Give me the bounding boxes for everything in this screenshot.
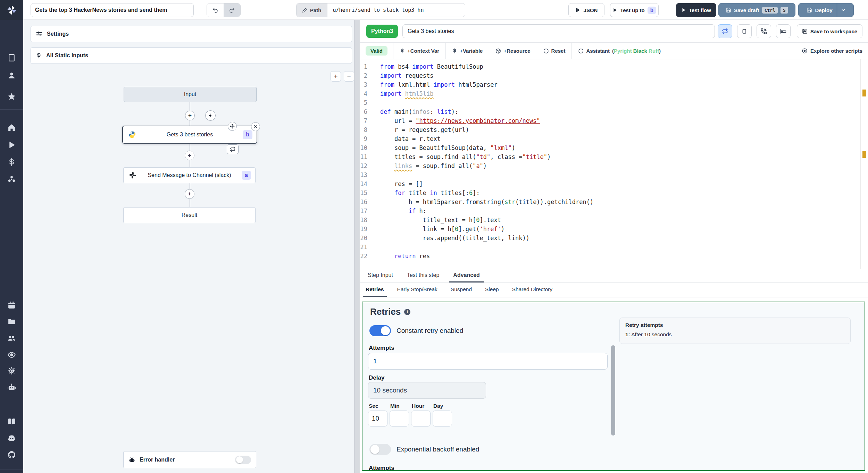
hour-input[interactable] [411,411,431,426]
attempts-input[interactable] [368,353,608,370]
day-label: Day [433,403,443,409]
add-step-button[interactable]: + [185,111,195,120]
discord-icon[interactable] [7,434,16,442]
sleep-button[interactable] [776,24,791,38]
workers-robot-icon[interactable] [7,383,16,392]
panel-splitter[interactable] [354,20,360,473]
retries-scrollbar[interactable] [611,345,615,436]
code-line: 4import html5lib [360,89,853,98]
assistant-status[interactable]: Assistant (Pyright Black Ruff) [572,46,667,56]
zap-icon [208,113,213,118]
test-up-to-button[interactable]: Test up to b [610,3,659,17]
windmill-logo[interactable] [0,0,23,20]
flow-static-inputs-card[interactable]: All Static Inputs [31,47,352,64]
flow-node-step-a[interactable]: Send Message to Channel (slack) a [123,167,256,183]
flow-node-step-b[interactable]: Gets 3 best stories b [122,126,257,144]
delay-input[interactable] [368,382,486,399]
chevron-down-icon [841,7,846,13]
audit-eye-icon[interactable] [7,350,16,359]
zoom-out-button[interactable]: − [344,71,354,82]
move-step-button[interactable] [228,122,237,131]
retries-toggle-button[interactable] [718,24,732,38]
subtab-early-stop[interactable]: Early Stop/Break [394,283,440,297]
tab-step-input[interactable]: Step Input [364,269,397,282]
undo-button[interactable] [207,3,224,17]
editor-overview-ruler[interactable] [860,59,868,269]
code-line: 11 titles = soup.find_all("td", class_="… [360,152,853,161]
variables-dollar-icon[interactable] [7,158,16,167]
advanced-subtabs: Retries Early Stop/Break Suspend Sleep S… [360,283,868,297]
favorites-star-icon[interactable] [7,92,16,101]
user-icon[interactable] [7,71,16,80]
flow-title-input[interactable] [31,3,194,17]
schedules-calendar-icon[interactable] [7,301,16,310]
settings-gear-icon[interactable] [7,366,16,375]
add-variable-button[interactable]: +Variable [446,46,489,56]
flow-node-input[interactable]: Input [124,87,257,102]
error-handler-node[interactable]: Error handler [123,451,256,468]
save-draft-button[interactable]: Save draft Ctrl S [718,3,795,17]
subtab-suspend[interactable]: Suspend [448,283,475,297]
sidebar [0,20,23,473]
add-context-var-button[interactable]: +Context Var [393,46,445,56]
groups-users-icon[interactable] [7,334,16,343]
code-line: 2import requests [360,71,853,80]
runs-play-icon[interactable] [7,141,16,149]
retry-indicator-chip[interactable] [227,144,239,154]
redo-button[interactable] [224,3,240,17]
constant-retry-label: Constant retry enabled [397,327,463,335]
add-step-button[interactable]: + [185,151,194,160]
exponential-backoff-toggle[interactable] [369,444,391,455]
trigger-zap-button[interactable] [205,110,216,121]
subtab-retries[interactable]: Retries [363,283,387,297]
min-input[interactable] [390,411,409,426]
json-button[interactable]: JSON [568,3,604,17]
retries-panel: Retries i Constant retry enabled Attempt… [362,302,865,471]
workspace-building-icon[interactable] [7,53,16,62]
explore-other-scripts-button[interactable]: Explore other scripts [802,48,862,54]
add-step-button[interactable]: + [185,189,194,199]
refresh-icon [578,48,584,54]
tab-test-this-step[interactable]: Test this step [403,269,443,282]
line-number: 20 [360,234,370,243]
python-icon [128,131,136,138]
folders-icon[interactable] [7,317,16,326]
home-icon[interactable] [7,123,16,132]
deploy-dropdown-button[interactable] [837,3,850,17]
zoom-in-button[interactable]: + [331,71,341,82]
redo-icon [229,7,235,13]
github-icon[interactable] [7,450,16,459]
line-number: 12 [360,161,370,170]
delete-step-button[interactable] [251,122,260,131]
day-input[interactable] [433,411,452,426]
suspend-button[interactable] [757,24,771,38]
early-stop-button[interactable] [737,24,752,38]
sec-input[interactable] [368,411,387,426]
step-b-id-badge: b [243,130,252,139]
flow-settings-card[interactable]: Settings [31,26,352,42]
info-icon[interactable]: i [404,309,410,315]
step-b-title: Gets 3 best stories [167,132,213,138]
subtab-sleep[interactable]: Sleep [482,283,502,297]
constant-retry-toggle[interactable] [369,325,391,336]
play-icon [681,8,686,12]
code-line: 15 for title in titles[:6]: [360,188,853,197]
step-name-input[interactable] [402,24,715,38]
line-number: 17 [360,206,370,216]
code-editor[interactable]: 1from bs4 import BeautifulSoup2import re… [360,59,868,269]
error-handler-toggle[interactable] [235,456,251,464]
path-group[interactable]: Path u/henri/send_to_slack_top3_hn [296,3,465,17]
test-flow-button[interactable]: Test flow [676,3,716,17]
save-to-workspace-button[interactable]: Save to workspace [797,24,862,38]
reset-button[interactable]: Reset [537,46,572,56]
dollar-icon [36,52,42,59]
retry-summary-title: Retry attempts [625,322,845,328]
flow-node-result[interactable]: Result [123,207,256,223]
subtab-shared-directory[interactable]: Shared Directory [509,283,555,297]
docs-book-icon[interactable] [7,417,16,426]
deploy-button[interactable]: Deploy [798,3,854,17]
sidebar-divider [0,109,23,110]
tab-advanced[interactable]: Advanced [449,269,484,282]
add-resource-button[interactable]: +Resource [489,46,536,56]
resources-icon[interactable] [7,175,16,184]
